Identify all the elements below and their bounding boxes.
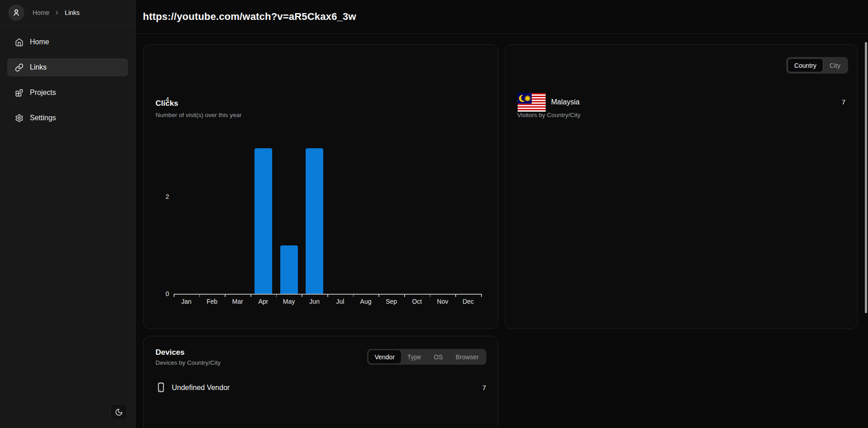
devices-card-title: Devices bbox=[156, 348, 184, 357]
devices-tabs: Vendor Type OS Browser bbox=[367, 349, 486, 365]
vertical-scrollbar[interactable] bbox=[865, 42, 867, 313]
breadcrumb-current: Links bbox=[65, 9, 80, 16]
x-axis-label: Apr bbox=[250, 298, 276, 305]
link-icon bbox=[15, 63, 24, 72]
blocks-icon bbox=[15, 89, 24, 97]
avatar[interactable] bbox=[8, 5, 24, 21]
x-axis-label: Nov bbox=[430, 298, 456, 305]
axis-tick bbox=[430, 294, 431, 297]
sidebar-item-label: Links bbox=[30, 63, 47, 71]
malaysia-flag-icon bbox=[518, 93, 546, 112]
axis-tick bbox=[199, 294, 200, 297]
sidebar-item-links[interactable]: Links bbox=[7, 58, 128, 76]
sidebar-nav: Home Links Projects Settings bbox=[0, 33, 135, 134]
axis-tick bbox=[404, 294, 405, 297]
clicks-card-subtitle: Number of visit(s) over this year bbox=[156, 112, 242, 118]
tab-type[interactable]: Type bbox=[401, 350, 427, 363]
device-vendor-label: Undefined Vendor bbox=[172, 384, 230, 392]
sidebar-item-projects[interactable]: Projects bbox=[7, 84, 128, 102]
tab-browser[interactable]: Browser bbox=[449, 350, 485, 363]
sidebar-item-label: Projects bbox=[30, 89, 56, 97]
moon-icon bbox=[115, 408, 123, 416]
dark-mode-toggle[interactable] bbox=[110, 404, 127, 420]
axis-tick bbox=[327, 294, 328, 297]
axis-tick bbox=[455, 294, 456, 297]
x-axis-label: Jan bbox=[174, 298, 199, 305]
sidebar-item-label: Home bbox=[30, 38, 49, 46]
axis-tick bbox=[302, 294, 302, 297]
visitors-card: Visitors Visitors by Country/City Countr… bbox=[505, 44, 858, 329]
x-axis-label: Oct bbox=[404, 298, 430, 305]
device-count: 7 bbox=[482, 384, 486, 391]
chevron-right-icon bbox=[54, 9, 60, 16]
x-axis-label: Sep bbox=[378, 298, 404, 305]
user-icon bbox=[12, 8, 21, 17]
gear-icon bbox=[15, 114, 24, 122]
x-axis-label: Feb bbox=[199, 298, 225, 305]
sidebar-item-settings[interactable]: Settings bbox=[7, 109, 128, 127]
sidebar-item-home[interactable]: Home bbox=[7, 33, 128, 51]
bar-jun[interactable] bbox=[306, 148, 323, 294]
home-icon bbox=[15, 38, 24, 47]
axis-tick bbox=[276, 294, 277, 297]
y-axis-label: 4 bbox=[148, 95, 169, 103]
sidebar: Home Links Home Links Projects bbox=[0, 0, 136, 428]
main-header: https://youtube.com/watch?v=aR5Ckax6_3w bbox=[136, 0, 868, 34]
tab-os[interactable]: OS bbox=[427, 350, 449, 363]
bar-may[interactable] bbox=[280, 245, 298, 294]
toggle-option-city[interactable]: City bbox=[823, 59, 847, 72]
clicks-card: Clicks Number of visit(s) over this year… bbox=[143, 44, 498, 329]
app-window: Home Links Home Links Projects bbox=[0, 0, 868, 428]
x-axis-label: Mar bbox=[225, 298, 250, 305]
axis-tick bbox=[353, 294, 354, 297]
x-axis-label: Jun bbox=[302, 298, 327, 305]
visitors-card-subtitle: Visitors by Country/City bbox=[517, 112, 580, 118]
axis-tick bbox=[225, 294, 226, 297]
main-content: https://youtube.com/watch?v=aR5Ckax6_3w … bbox=[136, 0, 868, 428]
visitor-country-label: Malaysia bbox=[551, 98, 580, 106]
x-axis-label: Dec bbox=[455, 298, 481, 305]
bar-apr[interactable] bbox=[255, 148, 272, 294]
axis-tick bbox=[174, 294, 175, 297]
devices-card: Devices Devices by Country/City Vendor T… bbox=[143, 336, 498, 428]
x-axis-label: Aug bbox=[353, 298, 379, 305]
breadcrumb: Home Links bbox=[33, 0, 80, 25]
x-axis-label: Jul bbox=[327, 298, 353, 305]
toggle-option-country[interactable]: Country bbox=[788, 58, 823, 72]
x-axis-label: May bbox=[276, 298, 302, 305]
breadcrumb-home[interactable]: Home bbox=[33, 9, 49, 16]
page-title: https://youtube.com/watch?v=aR5Ckax6_3w bbox=[143, 11, 356, 23]
y-axis-label: 0 bbox=[148, 290, 169, 298]
axis-tick bbox=[378, 294, 379, 297]
tab-vendor[interactable]: Vendor bbox=[368, 350, 401, 363]
sidebar-header: Home Links bbox=[0, 0, 135, 26]
sidebar-item-label: Settings bbox=[30, 114, 56, 122]
smartphone-icon bbox=[156, 382, 166, 393]
country-city-toggle: Country City bbox=[786, 57, 848, 74]
visitor-count: 7 bbox=[842, 98, 845, 106]
devices-card-subtitle: Devices by Country/City bbox=[156, 359, 221, 366]
axis-tick bbox=[481, 294, 482, 297]
axis-tick bbox=[250, 294, 251, 297]
y-axis-label: 2 bbox=[148, 193, 169, 201]
